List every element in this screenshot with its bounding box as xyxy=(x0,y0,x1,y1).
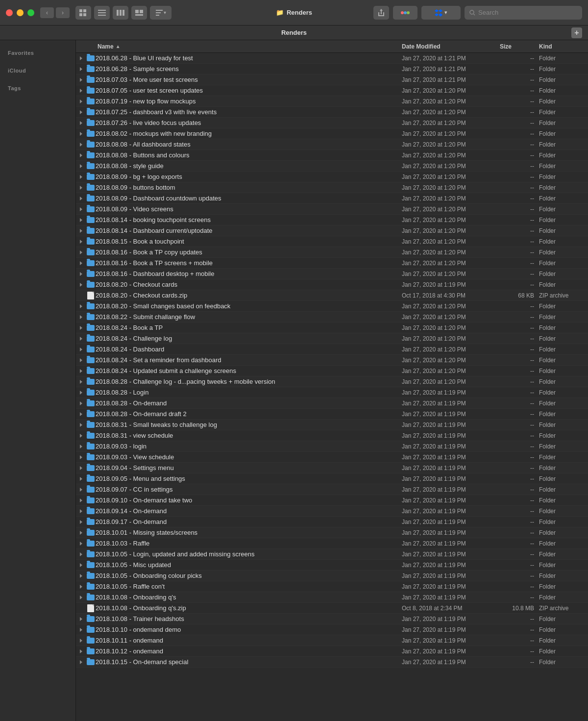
table-row[interactable]: 2018.09.05 - Menu and settings Jan 27, 2… xyxy=(76,473,588,484)
minimize-button[interactable] xyxy=(17,9,24,16)
column-view-button[interactable] xyxy=(113,6,128,20)
table-row[interactable]: 2018.08.31 - view schedule Jan 27, 2020 … xyxy=(76,430,588,441)
row-expander[interactable] xyxy=(76,110,86,114)
row-expander[interactable] xyxy=(76,207,86,211)
table-row[interactable]: 2018.08.28 - On-demand draft 2 Jan 27, 2… xyxy=(76,409,588,420)
table-row[interactable]: 2018.08.24 - Book a TP Jan 27, 2020 at 1… xyxy=(76,323,588,333)
add-folder-button[interactable]: + xyxy=(571,27,582,38)
list-view-button[interactable] xyxy=(94,6,110,20)
row-expander[interactable] xyxy=(76,337,86,341)
row-expander[interactable] xyxy=(76,132,86,136)
row-expander[interactable] xyxy=(76,240,86,244)
table-row[interactable]: 2018.08.09 - Dashboard countdown updates… xyxy=(76,193,588,204)
table-row[interactable]: 2018.07.05 - user test screen updates Ja… xyxy=(76,85,588,96)
row-expander[interactable] xyxy=(76,628,86,632)
table-row[interactable]: 2018.06.28 - Blue UI ready for test Jan … xyxy=(76,53,588,64)
table-row[interactable]: 2018.10.01 - Missing states/screens Jan … xyxy=(76,527,588,538)
row-expander[interactable] xyxy=(76,143,86,147)
col-name-header[interactable]: Name ▲ xyxy=(96,43,402,50)
row-expander[interactable] xyxy=(76,89,86,93)
row-expander[interactable] xyxy=(76,175,86,179)
table-row[interactable]: 2018.08.16 - Dashboard desktop + mobile … xyxy=(76,269,588,279)
row-expander[interactable] xyxy=(76,283,86,287)
col-date-header[interactable]: Date Modified xyxy=(402,43,500,50)
table-row[interactable]: 2018.10.05 - Onboarding colour picks Jan… xyxy=(76,571,588,581)
row-expander[interactable] xyxy=(76,369,86,373)
row-expander[interactable] xyxy=(76,639,86,643)
row-expander[interactable] xyxy=(76,509,86,513)
table-row[interactable]: 2018.08.20 - Checkout cards Jan 27, 2020… xyxy=(76,279,588,290)
table-row[interactable]: 2018.08.08 - All dashboard states Jan 27… xyxy=(76,139,588,150)
row-expander[interactable] xyxy=(76,434,86,438)
table-row[interactable]: 2018.08.09 - Video screens Jan 27, 2020 … xyxy=(76,204,588,215)
row-expander[interactable] xyxy=(76,445,86,448)
table-row[interactable]: 2018.08.28 - Challenge log - d...pacing … xyxy=(76,376,588,387)
table-row[interactable]: 2018.08.02 - mockups with new branding J… xyxy=(76,128,588,139)
row-expander[interactable] xyxy=(76,121,86,125)
table-row[interactable]: 2018.06.28 - Sample screens Jan 27, 2020… xyxy=(76,64,588,75)
icon-view-button[interactable] xyxy=(75,6,91,20)
row-expander[interactable] xyxy=(76,250,86,254)
row-expander[interactable] xyxy=(76,229,86,233)
row-expander[interactable] xyxy=(76,412,86,416)
row-expander[interactable] xyxy=(76,488,86,492)
row-expander[interactable] xyxy=(76,164,86,168)
row-expander[interactable] xyxy=(76,315,86,319)
row-expander[interactable] xyxy=(76,423,86,427)
row-expander[interactable] xyxy=(76,542,86,546)
row-expander[interactable] xyxy=(76,272,86,276)
row-expander[interactable] xyxy=(76,401,86,405)
row-expander[interactable] xyxy=(76,197,86,200)
table-row[interactable]: 2018.10.05 - Login, updated and added mi… xyxy=(76,549,588,560)
row-expander[interactable] xyxy=(76,56,86,60)
row-expander[interactable] xyxy=(76,358,86,362)
table-row[interactable]: 2018.07.03 - More user test screens Jan … xyxy=(76,75,588,85)
row-expander[interactable] xyxy=(76,99,86,103)
table-row[interactable]: 2018.10.05 - Misc updated Jan 27, 2020 a… xyxy=(76,560,588,571)
table-row[interactable]: 2018.09.17 - On-demand Jan 27, 2020 at 1… xyxy=(76,517,588,527)
col-kind-header[interactable]: Kind xyxy=(539,43,588,50)
table-row[interactable]: 2018.08.16 - Book a TP screens + mobile … xyxy=(76,258,588,269)
row-expander[interactable] xyxy=(76,186,86,190)
table-row[interactable]: 2018.08.14 - booking touchpoint screens … xyxy=(76,215,588,225)
row-expander[interactable] xyxy=(76,304,86,308)
row-expander[interactable] xyxy=(76,574,86,578)
table-row[interactable]: 2018.08.08 - style guide Jan 27, 2020 at… xyxy=(76,161,588,172)
table-row[interactable]: 2018.10.05 - Raffle con't Jan 27, 2020 a… xyxy=(76,581,588,592)
row-expander[interactable] xyxy=(76,649,86,653)
table-row[interactable]: 2018.10.08 - Trainer headshots Jan 27, 2… xyxy=(76,614,588,624)
table-row[interactable]: 2018.07.25 - dashboard v3 with live even… xyxy=(76,107,588,118)
row-expander[interactable] xyxy=(76,380,86,384)
table-row[interactable]: 2018.08.16 - Book a TP copy updates Jan … xyxy=(76,247,588,258)
table-row[interactable]: 2018.08.31 - Small tweaks to challenge l… xyxy=(76,420,588,430)
row-expander[interactable] xyxy=(76,617,86,621)
gallery-view-button[interactable] xyxy=(131,6,147,20)
table-row[interactable]: 2018.09.03 - login Jan 27, 2020 at 1:19 … xyxy=(76,441,588,452)
table-row[interactable]: 2018.08.08 - Buttons and colours Jan 27,… xyxy=(76,150,588,161)
table-row[interactable]: 2018.08.14 - Dashboard current/uptodate … xyxy=(76,225,588,236)
table-row[interactable]: 2018.10.03 - Raffle Jan 27, 2020 at 1:19… xyxy=(76,538,588,549)
share-button[interactable] xyxy=(373,6,389,20)
table-row[interactable]: 2018.08.28 - Login Jan 27, 2020 at 1:19 … xyxy=(76,387,588,398)
table-row[interactable]: 2018.10.08 - Onboarding q's Jan 27, 2020… xyxy=(76,592,588,603)
row-expander[interactable] xyxy=(76,596,86,599)
row-expander[interactable] xyxy=(76,477,86,481)
table-row[interactable]: 2018.09.10 - On-demand take two Jan 27, … xyxy=(76,495,588,506)
table-row[interactable]: 2018.10.15 - On-demand special Jan 27, 2… xyxy=(76,657,588,668)
dropbox-button[interactable]: ▾ xyxy=(421,6,461,20)
row-expander[interactable] xyxy=(76,261,86,265)
table-row[interactable]: 2018.08.24 - Challenge log Jan 27, 2020 … xyxy=(76,333,588,344)
row-expander[interactable] xyxy=(76,531,86,535)
table-row[interactable]: 2018.08.28 - On-demand Jan 27, 2020 at 1… xyxy=(76,398,588,409)
row-expander[interactable] xyxy=(76,498,86,502)
row-expander[interactable] xyxy=(76,552,86,556)
table-row[interactable]: 2018.08.24 - Dashboard Jan 27, 2020 at 1… xyxy=(76,344,588,355)
table-row[interactable]: 2018.08.24 - Updated submit a challenge … xyxy=(76,366,588,376)
table-row[interactable]: 2018.10.11 - ondemand Jan 27, 2020 at 1:… xyxy=(76,635,588,646)
table-row[interactable]: 2018.07.26 - live video focus updates Ja… xyxy=(76,118,588,128)
row-expander[interactable] xyxy=(76,660,86,664)
table-row[interactable]: 2018.08.09 - buttons bottom Jan 27, 2020… xyxy=(76,182,588,193)
table-row[interactable]: 2018.09.07 - CC in settings Jan 27, 2020… xyxy=(76,484,588,495)
row-expander[interactable] xyxy=(76,563,86,567)
close-button[interactable] xyxy=(6,9,13,16)
